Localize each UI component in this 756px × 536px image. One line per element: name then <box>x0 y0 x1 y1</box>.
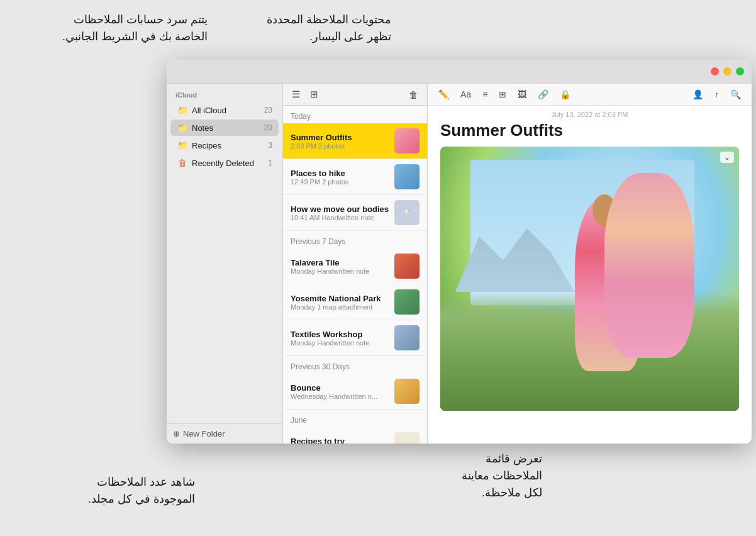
sidebar-item-recently-deleted[interactable]: 🗑 Recently Deleted 1 <box>170 155 279 171</box>
note-thumbnail <box>394 164 420 189</box>
lock-icon[interactable]: 🔒 <box>557 87 574 101</box>
summer-photo <box>440 147 739 411</box>
note-thumbnail <box>394 325 420 350</box>
note-title: Bounce <box>291 383 389 393</box>
note-meta: 2:03 PM 2 photos <box>291 142 389 150</box>
note-item-text: Textiles Workshop Monday Handwritten not… <box>291 330 389 347</box>
new-note-icon[interactable]: ✏️ <box>435 87 452 101</box>
media-icon[interactable]: 🖼 <box>514 87 530 101</box>
sidebar-item-count: 3 <box>268 141 272 150</box>
note-item-text: Places to hike 12:49 PM 2 photos <box>291 169 389 186</box>
note-title: Textiles Workshop <box>291 330 389 339</box>
note-item-how-we-move[interactable]: How we move our bodies 10:41 AM Handwrit… <box>283 195 427 231</box>
sidebar-item-notes[interactable]: 📁 Notes 20 <box>170 120 279 136</box>
note-title: How we move our bodies <box>291 204 389 214</box>
note-thumbnail <box>394 289 420 315</box>
sidebar-item-count: 23 <box>264 106 272 114</box>
grid-view-icon[interactable]: ⊞ <box>308 87 321 101</box>
note-meta: 10:41 AM Handwritten note <box>291 214 389 221</box>
search-icon[interactable]: 🔍 <box>727 87 744 101</box>
note-item-text: Bounce Wednesday Handwritten n... <box>291 383 389 400</box>
share-icon[interactable]: ↑ <box>711 87 722 101</box>
annotation-top-left: يتتم سرد حسابات الملاحظات الخاصة بك في ا… <box>6 11 208 45</box>
note-meta: 12:49 PM 2 photos <box>291 178 389 186</box>
note-timestamp: July 13, 2022 at 2:03 PM <box>428 106 752 121</box>
note-title: Yosemite National Park <box>291 294 389 303</box>
note-item-yosemite[interactable]: Yosemite National Park Monday 1 map atta… <box>283 284 427 320</box>
note-item-recipes-to-try[interactable]: Recipes to try 6/8/22 Eva's chicken picc… <box>283 427 427 444</box>
sidebar-item-recipes[interactable]: 📁 Recipes 3 <box>170 137 279 154</box>
note-title: Summer Outfits <box>291 133 389 142</box>
annotation-bottom-right: تعرض قائمة الملاحظات معاينة لكل ملاحظة. <box>366 450 542 501</box>
sidebar-item-count: 20 <box>264 123 272 132</box>
note-item-text: How we move our bodies 10:41 AM Handwrit… <box>291 204 389 221</box>
note-thumbnail <box>394 379 420 404</box>
app-window: iCloud 📁 All iCloud 23 📁 Notes 20 📁 Reci… <box>167 60 752 444</box>
note-thumbnail <box>394 432 420 444</box>
sidebar-item-label: Notes <box>192 123 260 133</box>
main-content: iCloud 📁 All iCloud 23 📁 Notes 20 📁 Reci… <box>167 84 752 444</box>
sidebar-item-label: All iCloud <box>192 106 260 115</box>
note-title: Summer Outfits <box>428 121 752 147</box>
delete-icon[interactable]: 🗑 <box>406 88 421 101</box>
note-item-bounce[interactable]: Bounce Wednesday Handwritten n... <box>283 374 427 410</box>
section-header-prev30: Previous 30 Days <box>283 356 427 374</box>
note-item-textiles-workshop[interactable]: Textiles Workshop Monday Handwritten not… <box>283 320 427 356</box>
view-toggle-group: ☰ ⊞ <box>289 87 321 101</box>
collaborator-icon[interactable]: 👤 <box>689 87 706 101</box>
new-folder-button[interactable]: ⊕ New Folder <box>173 429 225 438</box>
note-meta: Monday Handwritten note <box>291 339 389 347</box>
section-header-today: Today <box>283 106 427 123</box>
sidebar-item-count: 1 <box>268 159 272 167</box>
note-meta: Wednesday Handwritten n... <box>291 393 389 400</box>
notes-list-toolbar: ☰ ⊞ 🗑 <box>283 84 427 106</box>
note-item-text: Summer Outfits 2:03 PM 2 photos <box>291 133 389 150</box>
note-meta: Monday 1 map attachment <box>291 303 389 311</box>
note-detail-content: July 13, 2022 at 2:03 PM Summer Outfits <box>428 106 752 444</box>
note-item-summer-outfits[interactable]: Summer Outfits 2:03 PM 2 photos <box>283 123 427 159</box>
trash-icon: 🗑 <box>177 158 188 168</box>
folder-icon: 📁 <box>177 123 188 133</box>
traffic-lights <box>711 67 744 75</box>
notes-list-content: Today Summer Outfits 2:03 PM 2 photos Pl… <box>283 106 427 444</box>
note-title: Talavera Tile <box>291 258 389 267</box>
notes-list: ☰ ⊞ 🗑 Today Summer Outfits 2:03 PM 2 pho… <box>283 84 428 444</box>
note-item-places-to-hike[interactable]: Places to hike 12:49 PM 2 photos <box>283 159 427 195</box>
sidebar-item-label: Recently Deleted <box>192 159 264 168</box>
note-detail: ✏️ Aa ≡ ⊞ 🖼 🔗 🔒 👤 ↑ 🔍 July 13, 2022 at 2… <box>428 84 752 444</box>
checklist-icon[interactable]: ≡ <box>479 87 491 101</box>
title-bar <box>167 60 752 84</box>
sidebar-item-label: Recipes <box>192 141 264 150</box>
link-icon[interactable]: 🔗 <box>535 87 552 101</box>
sidebar: iCloud 📁 All iCloud 23 📁 Notes 20 📁 Reci… <box>167 84 283 444</box>
note-image: ⌄ <box>440 147 739 411</box>
note-item-text: Recipes to try 6/8/22 Eva's chicken picc… <box>291 437 389 444</box>
note-title: Places to hike <box>291 169 389 178</box>
note-item-text: Talavera Tile Monday Handwritten note <box>291 258 389 275</box>
new-folder-label: New Folder <box>183 429 225 438</box>
sidebar-footer: ⊕ New Folder <box>167 423 282 444</box>
section-header-prev7: Previous 7 Days <box>283 231 427 248</box>
note-item-text: Yosemite National Park Monday 1 map atta… <box>291 294 389 311</box>
annotation-top-right: محتويات الملاحظة المحددة تظهر على اليسار… <box>190 11 391 45</box>
list-view-icon[interactable]: ☰ <box>289 87 303 101</box>
format-text-icon[interactable]: Aa <box>457 87 474 101</box>
table-icon[interactable]: ⊞ <box>496 87 509 101</box>
note-title: Recipes to try <box>291 437 389 444</box>
note-thumbnail <box>394 128 420 154</box>
note-thumbnail: 📝 <box>394 200 420 225</box>
close-button[interactable] <box>711 67 719 75</box>
note-detail-toolbar: ✏️ Aa ≡ ⊞ 🖼 🔗 🔒 👤 ↑ 🔍 <box>428 84 752 106</box>
plus-icon: ⊕ <box>173 429 180 438</box>
folder-icon: 📁 <box>177 140 188 150</box>
sidebar-section-icloud: iCloud <box>167 84 282 101</box>
expand-button[interactable]: ⌄ <box>720 152 734 163</box>
note-item-talavera-tile[interactable]: Talavera Tile Monday Handwritten note <box>283 248 427 284</box>
section-header-june: June <box>283 410 427 427</box>
annotation-bottom-left: شاهد عدد الملاحظات الموجودة في كل مجلد. <box>6 474 195 508</box>
maximize-button[interactable] <box>736 67 744 75</box>
note-thumbnail <box>394 254 420 279</box>
minimize-button[interactable] <box>723 67 731 75</box>
sidebar-item-all-icloud[interactable]: 📁 All iCloud 23 <box>170 102 279 118</box>
note-meta: Monday Handwritten note <box>291 267 389 275</box>
